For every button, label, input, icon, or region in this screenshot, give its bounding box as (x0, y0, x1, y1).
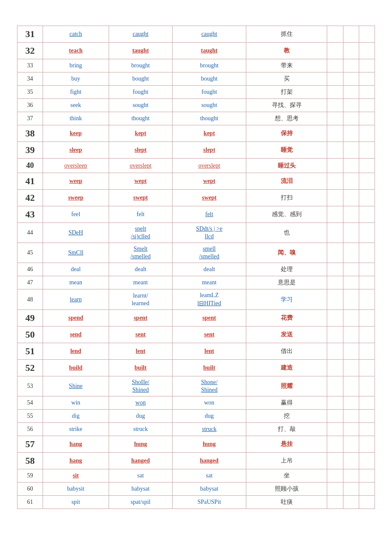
chinese-meaning: 照耀 (246, 376, 327, 396)
chinese-meaning: 寻找、探寻 (246, 99, 327, 112)
verb-past: spent (109, 310, 173, 327)
empty-cell (359, 469, 375, 483)
empty-cell (343, 72, 359, 86)
verb-past: built (109, 360, 173, 376)
verb-past: dealt (109, 263, 173, 276)
empty-cell (327, 99, 343, 112)
empty-cell (327, 112, 343, 125)
chinese-meaning: 打、敲 (246, 423, 327, 436)
table-row: 49spendspentspent花费 (17, 310, 375, 327)
empty-cell (327, 206, 343, 223)
verb-base: bring (43, 59, 109, 72)
empty-cell (343, 86, 359, 99)
verb-past: spat/spil (109, 496, 173, 509)
verb-past: bought (109, 72, 173, 86)
empty-cell (327, 453, 343, 469)
empty-cell (327, 223, 343, 243)
table-row: 57hanghunghung悬挂 (17, 436, 375, 453)
verb-past: fought (109, 86, 173, 99)
empty-cell (327, 173, 343, 190)
row-number: 61 (17, 496, 43, 509)
empty-cell (343, 206, 359, 223)
verb-base: fight (43, 86, 109, 99)
chinese-meaning: 处理 (246, 263, 327, 276)
table-row: 61spitspat/spilSPaUSPit吐痰 (17, 496, 375, 509)
verb-pp: brought (173, 59, 246, 72)
chinese-meaning: 意思是 (246, 276, 327, 289)
verb-past: kept (109, 125, 173, 142)
verb-past: thought (109, 112, 173, 125)
row-number: 50 (17, 327, 43, 343)
verb-pp: SPaUSPit (173, 496, 246, 509)
verb-base: keep (43, 125, 109, 142)
empty-cell (343, 453, 359, 469)
empty-cell (359, 159, 375, 173)
chinese-meaning: 睡觉 (246, 142, 327, 159)
verb-pp: spent (173, 310, 246, 327)
verb-base: SDeH (43, 223, 109, 243)
row-number: 33 (17, 59, 43, 72)
verb-base: catch (43, 26, 109, 43)
row-number: 54 (17, 396, 43, 410)
chinese-meaning: 发送 (246, 327, 327, 343)
chinese-meaning: 借出 (246, 343, 327, 360)
empty-cell (343, 327, 359, 343)
verb-past: spelt/si)clled (109, 223, 173, 243)
empty-cell (359, 396, 375, 410)
verb-pp: sought (173, 99, 246, 112)
row-number: 32 (17, 43, 43, 59)
row-number: 44 (17, 223, 43, 243)
table-row: 47meanmeantmeant意思是 (17, 276, 375, 289)
chinese-meaning: 买 (246, 72, 327, 86)
empty-cell (327, 469, 343, 483)
chinese-meaning: 闻、嗅 (246, 243, 327, 263)
verb-pp: thought (173, 112, 246, 125)
table-row: 45SmCllSmelt/smelledsmell/smelled闻、嗅 (17, 243, 375, 263)
verb-pp: kept (173, 125, 246, 142)
verb-base: win (43, 396, 109, 410)
verb-pp: sent (173, 327, 246, 343)
verb-past: won (109, 396, 173, 410)
empty-cell (343, 410, 359, 423)
empty-cell (327, 483, 343, 496)
verb-pp: meant (173, 276, 246, 289)
verb-pp: hanged (173, 453, 246, 469)
empty-cell (327, 142, 343, 159)
verb-base: buy (43, 72, 109, 86)
verb-past: struck (109, 423, 173, 436)
verb-base: teach (43, 43, 109, 59)
row-number: 40 (17, 159, 43, 173)
verb-past: learnt/learned (109, 289, 173, 310)
empty-cell (359, 72, 375, 86)
verb-past: wept (109, 173, 173, 190)
chinese-meaning: 上吊 (246, 453, 327, 469)
row-number: 57 (17, 436, 43, 453)
chinese-meaning: 带来 (246, 59, 327, 72)
chinese-meaning: 悬挂 (246, 436, 327, 453)
empty-cell (359, 276, 375, 289)
table-row: 55digdugdug挖 (17, 410, 375, 423)
empty-cell (343, 159, 359, 173)
verb-base: Shine (43, 376, 109, 396)
empty-cell (359, 112, 375, 125)
table-row: 54winwonwon赢得 (17, 396, 375, 410)
verb-pp: lent (173, 343, 246, 360)
empty-cell (343, 289, 359, 310)
chinese-meaning: 想、思考 (246, 112, 327, 125)
empty-cell (327, 72, 343, 86)
empty-cell (359, 223, 375, 243)
empty-cell (327, 190, 343, 206)
verb-base: mean (43, 276, 109, 289)
empty-cell (327, 360, 343, 376)
empty-cell (343, 360, 359, 376)
empty-cell (343, 223, 359, 243)
row-number: 59 (17, 469, 43, 483)
verb-base: spit (43, 496, 109, 509)
chinese-meaning: 花费 (246, 310, 327, 327)
verb-past: hung (109, 436, 173, 453)
verb-pp: hung (173, 436, 246, 453)
empty-cell (343, 436, 359, 453)
empty-cell (359, 289, 375, 310)
empty-cell (359, 453, 375, 469)
empty-cell (343, 125, 359, 142)
